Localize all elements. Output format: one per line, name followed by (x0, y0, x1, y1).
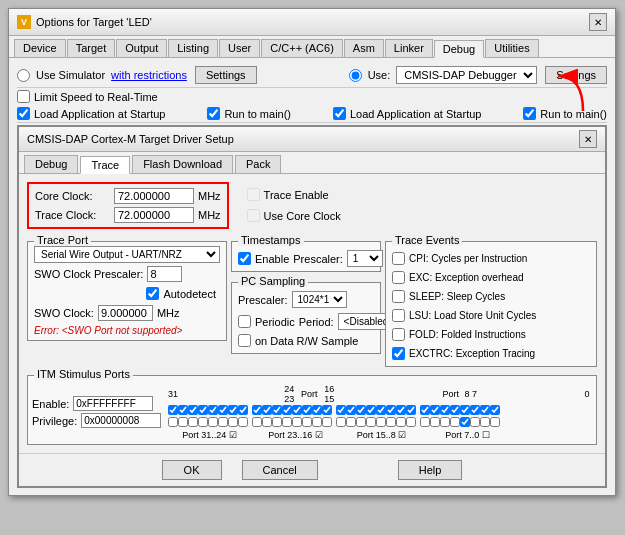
priv-bit-14[interactable] (346, 417, 356, 427)
te-cpi-checkbox[interactable] (392, 252, 405, 265)
pc-prescaler-select[interactable]: 1024*16 (292, 291, 347, 308)
use-debugger-radio[interactable] (349, 69, 362, 82)
help-button[interactable]: Help (398, 460, 463, 480)
port-bit-12[interactable] (366, 405, 376, 415)
inner-tab-pack[interactable]: Pack (235, 155, 281, 173)
priv-bit-9[interactable] (396, 417, 406, 427)
port-bit-2[interactable] (470, 405, 480, 415)
priv-bit-5[interactable] (440, 417, 450, 427)
trace-port-select[interactable]: Serial Wire Output - UART/NRZ Parallel T… (34, 246, 220, 263)
tab-user[interactable]: User (219, 39, 260, 57)
priv-bit-1[interactable] (480, 417, 490, 427)
priv-bit-21[interactable] (272, 417, 282, 427)
periodic-checkbox[interactable] (238, 315, 251, 328)
tab-linker[interactable]: Linker (385, 39, 433, 57)
port-bit-19[interactable] (292, 405, 302, 415)
tab-target[interactable]: Target (67, 39, 116, 57)
port-bit-11[interactable] (376, 405, 386, 415)
port-bit-30[interactable] (178, 405, 188, 415)
port-bit-31[interactable] (168, 405, 178, 415)
ts-enable-checkbox[interactable] (238, 252, 251, 265)
port-bit-25[interactable] (228, 405, 238, 415)
priv-bit-28[interactable] (198, 417, 208, 427)
priv-bit-29[interactable] (188, 417, 198, 427)
te-exc-checkbox[interactable] (392, 271, 405, 284)
priv-bit-4[interactable] (450, 417, 460, 427)
priv-bit-26[interactable] (218, 417, 228, 427)
port-bit-4[interactable] (450, 405, 460, 415)
port-bit-28[interactable] (198, 405, 208, 415)
debugger-select[interactable]: CMSIS-DAP Debugger (396, 66, 537, 84)
port-bit-23[interactable] (252, 405, 262, 415)
port-bit-22[interactable] (262, 405, 272, 415)
tab-output[interactable]: Output (116, 39, 167, 57)
priv-bit-6[interactable] (430, 417, 440, 427)
autodetect-checkbox[interactable] (146, 287, 159, 300)
trace-clock-input[interactable] (114, 207, 194, 223)
priv-bit-13[interactable] (356, 417, 366, 427)
priv-bit-18[interactable] (302, 417, 312, 427)
port-bit-29[interactable] (188, 405, 198, 415)
priv-bit-27[interactable] (208, 417, 218, 427)
port-bit-7[interactable] (420, 405, 430, 415)
simulator-settings-button[interactable]: Settings (195, 66, 257, 84)
cancel-button[interactable]: Cancel (242, 460, 318, 480)
port-bit-5[interactable] (440, 405, 450, 415)
inner-tab-flash-download[interactable]: Flash Download (132, 155, 233, 173)
swo-prescaler-input[interactable] (147, 266, 182, 282)
limit-speed-checkbox[interactable] (17, 90, 30, 103)
use-simulator-radio[interactable] (17, 69, 30, 82)
use-core-clk-checkbox[interactable] (247, 209, 260, 222)
port-bit-1[interactable] (480, 405, 490, 415)
inner-close-button[interactable]: ✕ (579, 130, 597, 148)
port-bit-6[interactable] (430, 405, 440, 415)
priv-bit-8[interactable] (406, 417, 416, 427)
data-rw-checkbox[interactable] (238, 334, 251, 347)
with-restrictions-link[interactable]: with restrictions (111, 69, 187, 81)
port-bit-10[interactable] (386, 405, 396, 415)
core-clock-input[interactable] (114, 188, 194, 204)
priv-bit-22[interactable] (262, 417, 272, 427)
run-to-main1-checkbox[interactable] (207, 107, 220, 120)
load-app1-checkbox[interactable] (17, 107, 30, 120)
ts-prescaler-select[interactable]: 141664 (347, 250, 383, 267)
debugger-settings-button[interactable]: Settings (545, 66, 607, 84)
priv-bit-20[interactable] (282, 417, 292, 427)
tab-debug[interactable]: Debug (434, 40, 484, 58)
priv-bit-2[interactable] (470, 417, 480, 427)
port-bit-13[interactable] (356, 405, 366, 415)
te-exctrc-checkbox[interactable] (392, 347, 405, 360)
port-bit-16[interactable] (322, 405, 332, 415)
port-bit-0[interactable] (490, 405, 500, 415)
port-bit-21[interactable] (272, 405, 282, 415)
priv-bit-24[interactable] (238, 417, 248, 427)
tab-asm[interactable]: Asm (344, 39, 384, 57)
inner-tab-debug[interactable]: Debug (24, 155, 78, 173)
priv-bit-15[interactable] (336, 417, 346, 427)
tab-listing[interactable]: Listing (168, 39, 218, 57)
swo-clock-input[interactable] (98, 305, 153, 321)
priv-bit-16[interactable] (322, 417, 332, 427)
port-bit-8[interactable] (406, 405, 416, 415)
priv-bit-10[interactable] (386, 417, 396, 427)
trace-enable-checkbox[interactable] (247, 188, 260, 201)
port-bit-24[interactable] (238, 405, 248, 415)
itm-enable-input[interactable] (73, 396, 153, 411)
priv-bit-12[interactable] (366, 417, 376, 427)
te-lsu-checkbox[interactable] (392, 309, 405, 322)
priv-bit-3[interactable] (460, 417, 470, 427)
port-bit-3[interactable] (460, 405, 470, 415)
run-to-main2-checkbox[interactable] (523, 107, 536, 120)
port-bit-18[interactable] (302, 405, 312, 415)
port-bit-26[interactable] (218, 405, 228, 415)
load-app2-checkbox[interactable] (333, 107, 346, 120)
priv-bit-31[interactable] (168, 417, 178, 427)
inner-tab-trace[interactable]: Trace (80, 156, 130, 174)
itm-privilege-input[interactable] (81, 413, 161, 428)
priv-bit-17[interactable] (312, 417, 322, 427)
port-bit-17[interactable] (312, 405, 322, 415)
priv-bit-23[interactable] (252, 417, 262, 427)
port-bit-9[interactable] (396, 405, 406, 415)
port-bit-15[interactable] (336, 405, 346, 415)
te-fold-checkbox[interactable] (392, 328, 405, 341)
